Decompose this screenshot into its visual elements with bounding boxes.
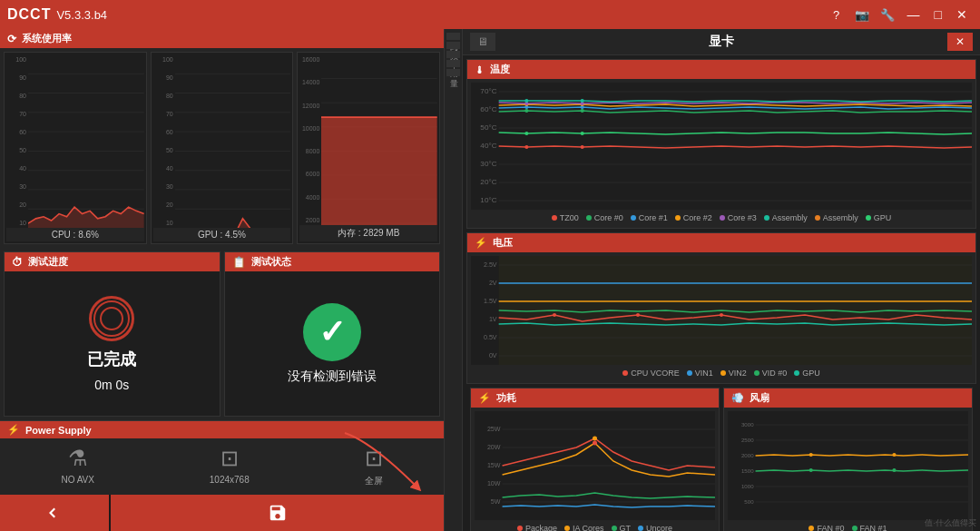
svg-point-87: [593, 441, 597, 446]
test-progress-content: 已完成 0m 0s: [5, 271, 220, 416]
power-header: ⚡ 功耗: [471, 388, 719, 408]
power-chart-svg: 25W 20W 15W 10W 5W: [475, 411, 715, 520]
test-status-header: 📋 测试状态: [225, 252, 440, 271]
cpu-chart: 100 90 80 70 60 50 40 30 20 10: [4, 52, 147, 244]
svg-point-55: [581, 99, 584, 103]
right-panel-header: 🖥 显卡 ✕: [463, 29, 980, 55]
success-indicator: ✓: [303, 303, 361, 361]
legend-core3: Core #3: [720, 213, 757, 222]
mem-chart-svg: [321, 54, 437, 225]
voltage-section: ⚡ 电压: [466, 232, 976, 384]
watermark: 值·什么值得买: [925, 517, 976, 529]
svg-text:3000: 3000: [741, 422, 754, 428]
svg-text:20W: 20W: [487, 444, 501, 450]
gpu-chart: 100 90 80 70 60 50 40 30 20 10: [151, 52, 294, 244]
fan-chart-body: 3000 2500 2000 1500 1000 500: [724, 408, 972, 531]
completed-text: 已完成: [87, 349, 136, 370]
back-button[interactable]: [0, 495, 109, 531]
charts-row: 100 90 80 70 60 50 40 30 20 10: [0, 48, 444, 248]
refresh-icon: ⟳: [7, 33, 16, 45]
power-chart-icon: ⚡: [478, 392, 491, 404]
fan-chart-svg: 3000 2500 2000 1500 1000 500: [728, 411, 968, 520]
ps-item-resolution[interactable]: ⊡ 1024x768: [210, 446, 250, 487]
legend-vin1: VIN1: [687, 369, 713, 378]
sys-usage-label: 系统使用率: [22, 32, 72, 45]
legend-core1: Core #1: [631, 213, 668, 222]
svg-text:15W: 15W: [487, 462, 501, 468]
title-bar: DCCT V5.3.3.b4 ? 📷 🔧 — □ ✕: [0, 0, 980, 29]
legend-cpu-vcore: CPU VCORE: [622, 369, 680, 378]
close-button[interactable]: ✕: [951, 5, 973, 24]
svg-text:0V: 0V: [489, 352, 497, 359]
power-legend: Package IA Cores GT: [475, 522, 715, 531]
svg-point-102: [892, 453, 896, 457]
fan-section: 💨 风扇 3000: [723, 388, 973, 531]
temperature-label: 温度: [490, 63, 510, 76]
power-supply-header: ⚡ Power Supply: [0, 421, 444, 438]
help-icon[interactable]: ?: [826, 4, 848, 25]
fan-header: 💨 风扇: [724, 388, 972, 408]
mem-chart-area: 16000 14000 12000 10000 8000 6000 4000 2…: [299, 54, 437, 225]
svg-text:25W: 25W: [487, 426, 501, 432]
display-icon[interactable]: 🖥: [470, 33, 495, 51]
legend-vid0: VID #0: [754, 369, 788, 378]
legend-gpu-temp: GPU: [866, 213, 892, 222]
gpu-chart-area: 100 90 80 70 60 50 40 30 20 10: [153, 54, 291, 228]
svg-point-54: [524, 99, 528, 103]
sidebar-tab-4[interactable]: 量: [446, 69, 460, 76]
voltage-legend: CPU VCORE VIN1 VIN2: [471, 367, 972, 379]
cpu-chart-svg: [28, 54, 144, 228]
test-time: 0m 0s: [94, 378, 129, 392]
svg-text:10W: 10W: [487, 480, 501, 487]
bottom-right-charts: ⚡ 功耗 25W 20: [466, 388, 976, 531]
sidebar-tab-1[interactable]: 频: [446, 42, 460, 49]
power-supply-label: Power Supply: [25, 425, 92, 436]
temperature-legend: TZ00 Core #0 Core #1: [471, 211, 972, 224]
svg-text:40°C: 40°C: [480, 142, 496, 150]
settings-icon[interactable]: 🔧: [877, 4, 898, 25]
sidebar-tab-3[interactable]: 用: [446, 60, 460, 67]
version-text: V5.3.3.b4: [56, 8, 107, 22]
svg-point-74: [720, 313, 723, 317]
svg-point-73: [636, 313, 640, 317]
sidebar-tab-2[interactable]: 宇: [446, 51, 460, 58]
maximize-button[interactable]: □: [929, 5, 947, 24]
test-status-label: 测试状态: [251, 255, 291, 269]
svg-text:30°C: 30°C: [480, 160, 496, 168]
voltage-label: 电压: [493, 236, 513, 250]
clipboard-icon: 📋: [232, 256, 246, 269]
svg-point-101: [809, 453, 813, 457]
temperature-chart-body: 70°C 60°C 50°C 40°C 30°C 20°C 10°C: [467, 79, 975, 228]
svg-text:1000: 1000: [741, 484, 754, 489]
temp-icon: 🌡: [475, 64, 485, 75]
legend-assembly2: Assembly: [815, 213, 858, 222]
sys-usage-section: ⟳ 系统使用率 100 90 80 70 60 50 40: [0, 29, 444, 248]
svg-text:5W: 5W: [491, 498, 501, 505]
temperature-header: 🌡 温度: [467, 60, 975, 79]
svg-point-46: [524, 109, 528, 113]
power-label: 功耗: [496, 391, 516, 405]
logo-text: DCCT: [7, 6, 51, 23]
cpu-label: CPU : 8.6%: [6, 228, 144, 241]
cpu-chart-area: 100 90 80 70 60 50 40 30 20 10: [6, 54, 144, 228]
save-button[interactable]: [111, 495, 444, 531]
ps-item-no-avx[interactable]: ⚗ NO AVX: [61, 446, 94, 487]
clock-icon: ⏱: [12, 256, 23, 269]
sidebar-tab-0[interactable]: 时间: [446, 33, 460, 40]
camera-icon[interactable]: 📷: [851, 4, 873, 25]
svg-point-47: [581, 109, 584, 113]
svg-point-86: [593, 437, 597, 441]
right-sidebar: 时间 频 宇 用 量: [445, 29, 463, 531]
ps-item-fullscreen[interactable]: ⊡ 全屏: [365, 446, 383, 487]
right-main: 🖥 显卡 ✕ 🌡 温度: [463, 29, 980, 531]
right-panel-close[interactable]: ✕: [947, 33, 973, 51]
legend-ia-cores: IA Cores: [564, 524, 604, 531]
power-section: ⚡ 功耗 25W 20: [470, 388, 720, 531]
svg-text:10°C: 10°C: [480, 196, 496, 204]
minimize-button[interactable]: —: [902, 5, 926, 24]
ps-item-label-0: NO AVX: [61, 475, 94, 485]
bottom-buttons: [0, 495, 444, 531]
window-controls: ? 📷 🔧 — □ ✕: [826, 4, 973, 25]
power-supply-content: ⚗ NO AVX ⊡ 1024x768 ⊡ 全屏: [0, 438, 444, 495]
right-panel: 时间 频 宇 用 量 🖥 显卡 ✕ 🌡 温度: [445, 29, 980, 531]
